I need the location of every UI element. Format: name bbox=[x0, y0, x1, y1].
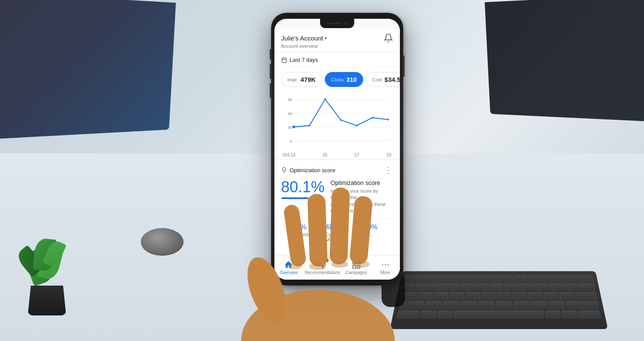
svg-point-15 bbox=[340, 119, 341, 121]
pill-clicks-label: Clicks bbox=[331, 77, 344, 82]
svg-point-24 bbox=[385, 264, 386, 266]
plant bbox=[13, 230, 81, 315]
nav-overview[interactable]: Overview bbox=[276, 260, 301, 275]
nav-more-label: More bbox=[380, 270, 390, 275]
chart-x-labels: Oct 13 15 17 19 bbox=[281, 153, 393, 157]
account-subtitle: Account overview bbox=[281, 43, 393, 49]
svg-rect-21 bbox=[353, 266, 356, 268]
x-label-17: 17 bbox=[355, 153, 359, 157]
camera bbox=[345, 22, 347, 25]
speaker bbox=[327, 23, 342, 24]
optimization-score-value: 80.1% bbox=[281, 179, 325, 195]
nav-recommendations-label: Recommendations bbox=[305, 270, 340, 275]
other-name: Su... bbox=[364, 232, 390, 237]
opt-section-title: Optimization score bbox=[290, 167, 336, 173]
svg-text:30: 30 bbox=[288, 125, 292, 130]
nav-overview-label: Overview bbox=[280, 270, 297, 275]
home-icon bbox=[284, 260, 293, 269]
pill-cost-label: Cost bbox=[372, 77, 382, 82]
score-progress-bar bbox=[281, 197, 315, 199]
app-header: Julie's Account ▾ Account overview bbox=[274, 28, 400, 52]
optimization-score-row: 80.1% Optimization score Increase your s… bbox=[281, 179, 393, 214]
bf-score: 75.5% bbox=[287, 223, 313, 231]
keyboard bbox=[390, 271, 608, 329]
account-name[interactable]: Julie's Account ▾ bbox=[281, 35, 327, 42]
pill-clicks[interactable]: Clicks 310 bbox=[325, 72, 363, 87]
pill-cost-value: $34.57 bbox=[385, 76, 400, 83]
notifications-icon[interactable] bbox=[384, 33, 393, 43]
svg-point-26 bbox=[241, 290, 395, 341]
optimization-description: Optimization score Increase your score b… bbox=[331, 179, 393, 214]
opt-desc-text: Increase your score by following the rec… bbox=[331, 188, 393, 214]
x-label-oct13: Oct 13 bbox=[283, 153, 295, 157]
svg-rect-19 bbox=[353, 261, 356, 264]
pill-impressions[interactable]: Impr. 479K bbox=[281, 72, 322, 87]
chart-area: 90 60 30 0 bbox=[274, 91, 400, 159]
monitor-right bbox=[485, 0, 644, 121]
score-progress-fill bbox=[281, 197, 309, 199]
monitor-left bbox=[0, 0, 176, 139]
score-left: 80.1% bbox=[281, 179, 325, 199]
svg-rect-20 bbox=[357, 261, 360, 264]
svg-point-18 bbox=[387, 118, 389, 120]
campaign-item-other[interactable]: 80% Su... bbox=[358, 219, 393, 246]
cm-name: Cyber Monday bbox=[326, 232, 352, 242]
svg-text:90: 90 bbox=[288, 98, 292, 102]
phone-notch bbox=[320, 19, 354, 28]
bf-name: Black Friday bbox=[287, 232, 313, 237]
nav-recommendations[interactable]: Recommendations bbox=[305, 260, 340, 275]
cm-score: 48.7% bbox=[326, 223, 352, 231]
date-filter[interactable]: Last 7 days bbox=[274, 52, 400, 68]
bottom-nav: Overview Recommendations bbox=[274, 255, 400, 280]
account-dropdown-arrow: ▾ bbox=[325, 36, 327, 40]
svg-text:0: 0 bbox=[290, 139, 292, 144]
recommendations-icon-container bbox=[318, 260, 327, 269]
line-chart: 90 60 30 0 bbox=[281, 95, 393, 150]
phone-screen: Julie's Account ▾ Account overview bbox=[274, 19, 400, 280]
campaign-list: 75.5% Black Friday 48.7% Cyber Monday 80… bbox=[281, 219, 393, 246]
phone-device: Julie's Account ▾ Account overview bbox=[271, 13, 403, 286]
more-options-button[interactable]: ⋮ bbox=[384, 165, 393, 175]
other-score: 80% bbox=[364, 223, 390, 231]
pill-cost[interactable]: Cost $34.57 bbox=[366, 72, 399, 87]
campaign-item-black-friday[interactable]: 75.5% Black Friday bbox=[281, 219, 320, 246]
account-name-text: Julie's Account bbox=[281, 35, 323, 42]
x-label-19: 19 bbox=[386, 153, 391, 157]
pill-clicks-value: 310 bbox=[346, 76, 357, 83]
phone-hand-container: Julie's Account ▾ Account overview bbox=[233, 4, 412, 341]
svg-text:60: 60 bbox=[288, 111, 292, 116]
svg-point-23 bbox=[382, 264, 383, 266]
lightbulb-icon bbox=[281, 167, 287, 173]
svg-point-16 bbox=[356, 124, 357, 126]
app-content: Julie's Account ▾ Account overview bbox=[274, 28, 400, 280]
google-home-mini bbox=[141, 228, 184, 256]
calendar-icon bbox=[281, 57, 287, 63]
nav-campaigns-label: Campaigns bbox=[346, 270, 367, 275]
svg-point-25 bbox=[388, 264, 389, 266]
metric-pills-container: Impr. 479K Clicks 310 Cost $34.57 bbox=[274, 68, 400, 91]
more-nav-icon bbox=[381, 260, 390, 269]
opt-desc-title: Optimization score bbox=[331, 179, 393, 186]
pill-impr-label: Impr. bbox=[288, 77, 298, 82]
campaign-item-cyber-monday[interactable]: 48.7% Cyber Monday bbox=[320, 219, 358, 246]
svg-rect-0 bbox=[282, 58, 286, 62]
campaigns-icon bbox=[352, 260, 361, 269]
pill-impr-value: 479K bbox=[300, 76, 316, 83]
recommendations-badge bbox=[325, 259, 329, 262]
svg-rect-22 bbox=[357, 266, 360, 268]
svg-point-17 bbox=[371, 117, 373, 118]
nav-more[interactable]: More bbox=[373, 260, 398, 275]
background: Julie's Account ▾ Account overview bbox=[0, 0, 644, 341]
svg-point-14 bbox=[324, 98, 326, 100]
svg-point-13 bbox=[309, 124, 310, 126]
x-label-15: 15 bbox=[323, 153, 327, 157]
nav-campaigns[interactable]: Campaigns bbox=[344, 260, 369, 275]
svg-point-12 bbox=[292, 126, 295, 129]
optimization-section: Optimization score ⋮ 80.1% bbox=[274, 159, 400, 251]
date-filter-label: Last 7 days bbox=[290, 57, 318, 63]
